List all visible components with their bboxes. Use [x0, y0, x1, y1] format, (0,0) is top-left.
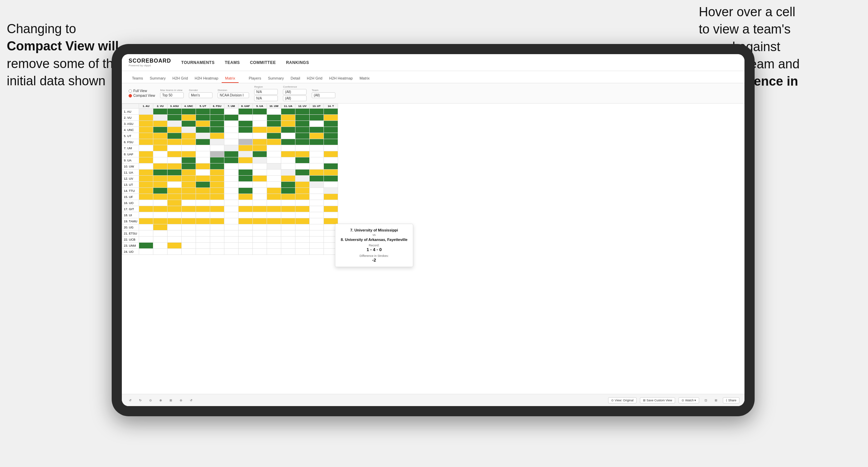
- matrix-cell[interactable]: [182, 243, 196, 249]
- matrix-cell[interactable]: [210, 163, 224, 170]
- matrix-cell[interactable]: [295, 109, 310, 115]
- matrix-cell[interactable]: [210, 121, 224, 127]
- matrix-cell[interactable]: [310, 188, 324, 194]
- matrix-cell[interactable]: [324, 218, 338, 224]
- matrix-cell[interactable]: [267, 127, 281, 133]
- matrix-cell[interactable]: [253, 188, 267, 194]
- matrix-cell[interactable]: [210, 151, 224, 157]
- matrix-cell[interactable]: [295, 212, 310, 218]
- matrix-cell[interactable]: [210, 249, 224, 255]
- matrix-cell[interactable]: [224, 218, 239, 224]
- matrix-cell[interactable]: [139, 218, 153, 224]
- nav-teams[interactable]: TEAMS: [225, 60, 240, 65]
- matrix-cell[interactable]: [182, 145, 196, 151]
- sub-nav-h2h-grid1[interactable]: H2H Grid: [169, 74, 191, 83]
- matrix-cell[interactable]: [310, 212, 324, 218]
- matrix-cell[interactable]: [324, 188, 338, 194]
- matrix-cell[interactable]: [253, 206, 267, 212]
- matrix-cell[interactable]: [182, 133, 196, 139]
- matrix-cell[interactable]: [182, 121, 196, 127]
- matrix-cell[interactable]: [153, 151, 168, 157]
- filter-division-select[interactable]: NCAA Division I: [218, 92, 249, 98]
- matrix-cell[interactable]: [224, 139, 239, 145]
- matrix-cell[interactable]: [281, 182, 295, 188]
- matrix-cell[interactable]: [182, 188, 196, 194]
- matrix-cell[interactable]: [153, 133, 168, 139]
- matrix-cell[interactable]: [324, 176, 338, 182]
- matrix-cell[interactable]: [196, 139, 210, 145]
- sub-nav-h2h-heatmap2[interactable]: H2H Heatmap: [326, 74, 356, 83]
- matrix-cell[interactable]: [153, 188, 168, 194]
- matrix-cell[interactable]: [295, 127, 310, 133]
- matrix-cell[interactable]: [253, 115, 267, 121]
- share-btn[interactable]: ⟨ Share: [723, 397, 739, 403]
- matrix-cell[interactable]: [239, 176, 253, 182]
- view-original-btn[interactable]: ⊙ View: Original: [608, 397, 637, 403]
- matrix-cell[interactable]: [153, 249, 168, 255]
- matrix-cell[interactable]: [267, 206, 281, 212]
- matrix-cell[interactable]: [295, 145, 310, 151]
- matrix-cell[interactable]: [324, 182, 338, 188]
- sub-nav-detail[interactable]: Detail: [287, 74, 304, 83]
- matrix-cell[interactable]: [310, 109, 324, 115]
- matrix-cell[interactable]: [182, 127, 196, 133]
- matrix-cell[interactable]: [139, 188, 153, 194]
- matrix-cell[interactable]: [196, 145, 210, 151]
- matrix-cell[interactable]: [182, 218, 196, 224]
- matrix-cell[interactable]: [139, 243, 153, 249]
- matrix-cell[interactable]: [295, 188, 310, 194]
- matrix-cell[interactable]: [182, 139, 196, 145]
- matrix-cell[interactable]: [239, 151, 253, 157]
- matrix-cell[interactable]: [267, 224, 281, 230]
- matrix-cell[interactable]: [196, 230, 210, 237]
- matrix-cell[interactable]: [224, 237, 239, 243]
- matrix-cell[interactable]: [295, 157, 310, 163]
- matrix-cell[interactable]: [239, 170, 253, 176]
- matrix-cell[interactable]: [324, 145, 338, 151]
- matrix-cell[interactable]: [324, 139, 338, 145]
- matrix-cell[interactable]: [310, 157, 324, 163]
- matrix-cell[interactable]: [295, 115, 310, 121]
- matrix-cell[interactable]: [153, 157, 168, 163]
- matrix-cell[interactable]: [182, 249, 196, 255]
- matrix-cell[interactable]: [253, 157, 267, 163]
- matrix-cell[interactable]: [196, 194, 210, 200]
- matrix-cell[interactable]: [168, 243, 182, 249]
- matrix-cell[interactable]: [210, 127, 224, 133]
- matrix-cell[interactable]: [224, 170, 239, 176]
- matrix-cell[interactable]: [281, 194, 295, 200]
- matrix-cell[interactable]: [168, 194, 182, 200]
- toolbar-icon7[interactable]: ⊞: [713, 398, 719, 403]
- matrix-cell[interactable]: [281, 237, 295, 243]
- matrix-cell[interactable]: [239, 237, 253, 243]
- matrix-cell[interactable]: [239, 224, 253, 230]
- toolbar-icon3[interactable]: ⊞: [168, 398, 174, 403]
- matrix-cell[interactable]: [210, 206, 224, 212]
- matrix-cell[interactable]: [295, 206, 310, 212]
- matrix-cell[interactable]: [324, 121, 338, 127]
- matrix-cell[interactable]: [310, 182, 324, 188]
- matrix-cell[interactable]: [239, 163, 253, 170]
- matrix-cell[interactable]: [310, 237, 324, 243]
- matrix-cell[interactable]: [267, 115, 281, 121]
- matrix-cell[interactable]: [210, 224, 224, 230]
- matrix-cell[interactable]: [267, 121, 281, 127]
- filter-gender-select[interactable]: Men's: [189, 92, 213, 98]
- sub-nav-matrix1[interactable]: Matrix: [222, 74, 239, 83]
- matrix-cell[interactable]: [224, 115, 239, 121]
- radio-compact-view[interactable]: Compact View: [129, 94, 155, 97]
- matrix-cell[interactable]: [210, 212, 224, 218]
- matrix-cell[interactable]: [139, 121, 153, 127]
- matrix-cell[interactable]: [281, 218, 295, 224]
- matrix-cell[interactable]: [168, 218, 182, 224]
- matrix-cell[interactable]: [310, 170, 324, 176]
- matrix-cell[interactable]: [153, 109, 168, 115]
- matrix-cell[interactable]: [281, 151, 295, 157]
- matrix-cell[interactable]: [224, 109, 239, 115]
- matrix-cell[interactable]: [310, 163, 324, 170]
- matrix-cell[interactable]: [139, 200, 153, 206]
- matrix-cell[interactable]: [253, 194, 267, 200]
- matrix-cell[interactable]: [153, 182, 168, 188]
- matrix-cell[interactable]: [310, 200, 324, 206]
- matrix-cell[interactable]: [224, 133, 239, 139]
